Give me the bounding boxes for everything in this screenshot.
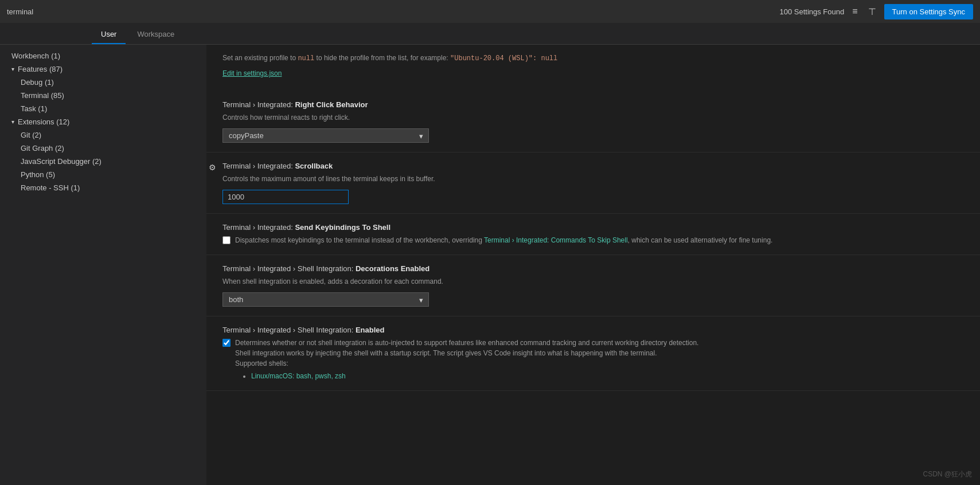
sidebar: Workbench (1) ▾ Features (87) Debug (1) … [0, 45, 206, 485]
terminal-label: Terminal (85) [21, 91, 64, 100]
debug-label: Debug (1) [21, 78, 54, 87]
supported-shells-item: Linux/macOS: bash, pwsh, zsh [251, 371, 698, 381]
decorations-select[interactable]: both gutter overviewRuler never [222, 292, 429, 307]
tabs-left: User Workspace [92, 25, 183, 44]
send-keybindings-checkbox[interactable] [222, 236, 231, 244]
send-keybindings-title: Terminal › Integrated: Send Keybindings … [222, 223, 964, 232]
setting-shell-integration-enabled: Terminal › Integrated › Shell Integratio… [206, 316, 980, 391]
right-click-title-prefix: Terminal › Integrated: [222, 100, 295, 109]
tab-workspace[interactable]: Workspace [128, 25, 183, 44]
top-description: Set an existing profile to null to hide … [206, 45, 980, 64]
send-keybindings-label: Dispatches most keybindings to the termi… [235, 235, 772, 245]
decorations-title-bold: Decorations Enabled [356, 264, 430, 273]
sidebar-item-terminal[interactable]: Terminal (85) [0, 89, 206, 102]
gear-icon[interactable]: ⚙ [209, 163, 216, 172]
scrollback-title: Terminal › Integrated: Scrollback [222, 162, 964, 170]
sidebar-item-git-graph[interactable]: Git Graph (2) [0, 142, 206, 155]
top-bar: terminal 100 Settings Found ≡ ⊤ Turn on … [0, 0, 980, 23]
scrollback-title-bold: Scrollback [295, 162, 333, 170]
decorations-select-wrapper: both gutter overviewRuler never [222, 292, 429, 307]
search-title: terminal [7, 7, 33, 16]
shell-integration-title-prefix: Terminal › Integrated › Shell Integratio… [222, 326, 356, 334]
top-desc-text2: to hide the profile from the list, for e… [317, 54, 448, 62]
sidebar-item-extensions[interactable]: ▾ Extensions (12) [0, 115, 206, 128]
shell-integration-title-bold: Enabled [356, 326, 385, 334]
setting-send-keybindings: Terminal › Integrated: Send Keybindings … [206, 214, 980, 255]
features-expand-icon: ▾ [11, 66, 14, 72]
watermark: CSDN @狂小虎 [923, 470, 972, 479]
supported-shells-list: Linux/macOS: bash, pwsh, zsh [235, 371, 698, 381]
extensions-expand-icon: ▾ [11, 119, 14, 125]
setting-right-click-behavior: Terminal › Integrated: Right Click Behav… [206, 91, 980, 152]
tabs-row: User Workspace [0, 23, 980, 45]
task-label: Task (1) [21, 104, 47, 113]
shell-integration-label: Determines whether or not shell integrat… [235, 338, 698, 381]
right-click-title: Terminal › Integrated: Right Click Behav… [222, 100, 964, 109]
extensions-label: Extensions (12) [18, 118, 69, 126]
sidebar-item-debug[interactable]: Debug (1) [0, 76, 206, 89]
filter-icon-button[interactable]: ⊤ [866, 5, 879, 18]
send-keybindings-title-prefix: Terminal › Integrated: [222, 223, 295, 232]
right-click-select-wrapper: copyPaste selectWord runSelectedText def… [222, 128, 429, 143]
edit-settings-json-link[interactable]: Edit in settings.json [222, 69, 282, 77]
settings-found-label: 100 Settings Found [779, 7, 844, 16]
shell-integration-checkbox-row: Determines whether or not shell integrat… [222, 338, 964, 381]
git-label: Git (2) [21, 131, 41, 139]
top-bar-right: 100 Settings Found ≡ ⊤ Turn on Settings … [779, 4, 973, 19]
setting-scrollback: ⚙ Terminal › Integrated: Scrollback Cont… [206, 152, 980, 214]
main-content: Workbench (1) ▾ Features (87) Debug (1) … [0, 45, 980, 485]
js-debugger-label: JavaScript Debugger (2) [21, 157, 101, 166]
decorations-desc: When shell integration is enabled, adds … [222, 276, 964, 287]
scrollback-desc: Controls the maximum amount of lines the… [222, 174, 964, 184]
top-desc-text1: Set an existing profile to [222, 54, 296, 62]
sidebar-item-features[interactable]: ▾ Features (87) [0, 62, 206, 76]
tab-user[interactable]: User [92, 25, 126, 44]
sidebar-item-task[interactable]: Task (1) [0, 102, 206, 115]
shell-integration-checkbox[interactable] [222, 339, 231, 347]
send-keybindings-checkbox-row: Dispatches most keybindings to the termi… [222, 235, 964, 245]
scrollback-title-prefix: Terminal › Integrated: [222, 162, 295, 170]
setting-decorations-enabled: Terminal › Integrated › Shell Integratio… [206, 255, 980, 316]
remote-ssh-label: Remote - SSH (1) [21, 183, 80, 192]
linux-macos-shells-link[interactable]: Linux/macOS: bash, pwsh, zsh [251, 372, 346, 380]
sidebar-item-workbench[interactable]: Workbench (1) [0, 49, 206, 62]
workbench-label: Workbench (1) [11, 52, 60, 60]
shell-integration-title: Terminal › Integrated › Shell Integratio… [222, 326, 964, 334]
top-code1: null [298, 54, 314, 62]
top-code2: "Ubuntu-20.04 (WSL)": null [450, 54, 557, 62]
sidebar-item-python[interactable]: Python (5) [0, 168, 206, 181]
sidebar-item-git[interactable]: Git (2) [0, 128, 206, 142]
sidebar-item-remote-ssh[interactable]: Remote - SSH (1) [0, 181, 206, 194]
commands-to-skip-shell-link[interactable]: Terminal › Integrated: Commands To Skip … [484, 236, 628, 244]
list-icon-button[interactable]: ≡ [850, 5, 860, 18]
features-label: Features (87) [18, 65, 63, 73]
right-click-title-bold: Right Click Behavior [295, 100, 368, 109]
right-click-desc: Controls how terminal reacts to right cl… [222, 112, 964, 123]
git-graph-label: Git Graph (2) [21, 144, 64, 152]
scrollback-input[interactable] [222, 190, 349, 204]
right-click-select[interactable]: copyPaste selectWord runSelectedText def… [222, 128, 429, 143]
settings-content: Set an existing profile to null to hide … [206, 45, 980, 485]
python-label: Python (5) [21, 170, 55, 179]
decorations-title: Terminal › Integrated › Shell Integratio… [222, 264, 964, 273]
sidebar-item-js-debugger[interactable]: JavaScript Debugger (2) [0, 155, 206, 168]
send-keybindings-title-bold: Send Keybindings To Shell [295, 223, 391, 232]
decorations-title-prefix: Terminal › Integrated › Shell Integratio… [222, 264, 356, 273]
sync-button[interactable]: Turn on Settings Sync [884, 4, 973, 19]
